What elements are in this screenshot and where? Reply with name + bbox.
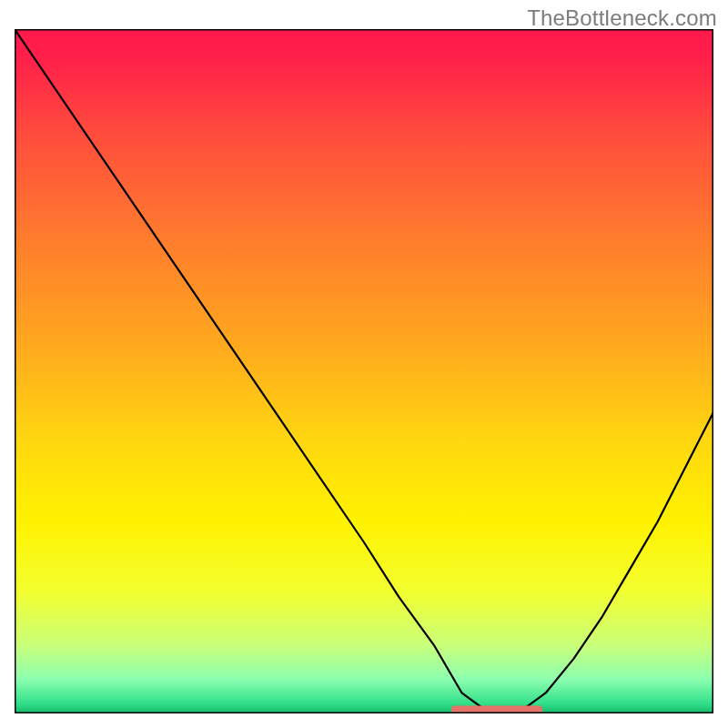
gradient-background — [15, 29, 713, 713]
plot-area — [15, 29, 713, 713]
watermark-text: TheBottleneck.com — [527, 5, 717, 31]
chart-stage: TheBottleneck.com — [0, 0, 728, 728]
chart-svg — [15, 29, 713, 713]
